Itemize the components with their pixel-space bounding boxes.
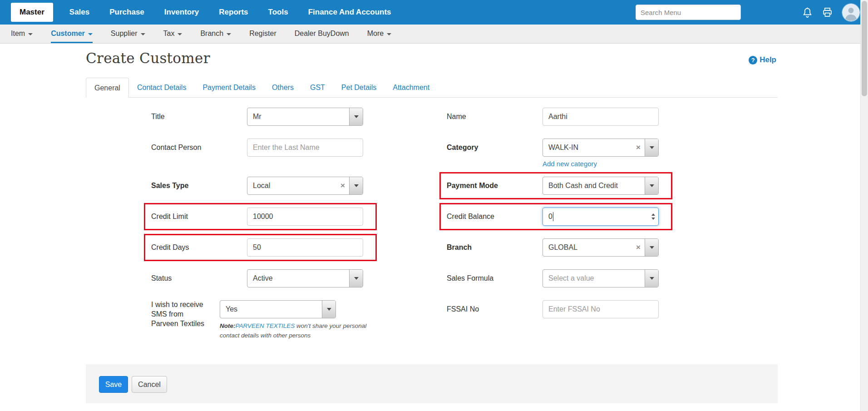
form-row-payment-mode: Payment Mode Both Cash and Credit bbox=[447, 170, 668, 201]
topbar: Master Sales Purchase Inventory Reports … bbox=[0, 0, 860, 25]
scrollbar-thumb[interactable] bbox=[862, 1, 867, 96]
subnav-label: Dealer BuyDown bbox=[295, 30, 349, 38]
name-input[interactable] bbox=[542, 108, 659, 126]
subnav-item-branch[interactable]: Branch bbox=[200, 25, 231, 43]
avatar[interactable] bbox=[842, 4, 860, 21]
scrollbar[interactable] bbox=[860, 0, 868, 411]
chevron-down-icon[interactable] bbox=[645, 177, 658, 194]
tab-general[interactable]: General bbox=[86, 78, 129, 98]
credit-days-label: Credit Days bbox=[151, 243, 247, 253]
menu-reports[interactable]: Reports bbox=[219, 8, 248, 17]
search-input[interactable] bbox=[636, 5, 741, 20]
clear-icon[interactable] bbox=[632, 243, 645, 252]
subnav-item-supplier[interactable]: Supplier bbox=[111, 25, 145, 43]
main-menu: Master Sales Purchase Inventory Reports … bbox=[0, 3, 391, 22]
subnav-item-more[interactable]: More bbox=[367, 25, 391, 43]
clear-icon[interactable] bbox=[632, 143, 645, 152]
form-row-sales-formula: Sales Formula Select a value bbox=[447, 263, 668, 294]
form-row-contact-person: Contact Person bbox=[151, 132, 372, 170]
name-label: Name bbox=[447, 112, 542, 122]
chevron-down-icon bbox=[387, 33, 391, 35]
subnav-item-tax[interactable]: Tax bbox=[163, 25, 182, 43]
branch-label: Branch bbox=[447, 243, 542, 253]
credit-balance-input[interactable]: 0 bbox=[542, 208, 659, 226]
form-tabs: General Contact Details Payment Details … bbox=[86, 78, 778, 98]
chevron-down-icon bbox=[227, 33, 231, 35]
category-select[interactable]: WALK-IN bbox=[542, 139, 659, 157]
menu-purchase[interactable]: Purchase bbox=[109, 8, 144, 17]
chevron-down-icon[interactable] bbox=[349, 270, 363, 287]
title-select[interactable]: Mr bbox=[247, 108, 363, 126]
branch-select[interactable]: GLOBAL bbox=[542, 238, 659, 257]
tab-pet-details[interactable]: Pet Details bbox=[333, 78, 385, 97]
branch-select-value: GLOBAL bbox=[543, 243, 632, 252]
form-row-name: Name bbox=[447, 101, 668, 132]
help-link[interactable]: Help bbox=[749, 55, 776, 64]
chevron-down-icon[interactable] bbox=[349, 108, 363, 125]
page-title: Create Customer bbox=[86, 50, 210, 66]
category-select-value: WALK-IN bbox=[543, 144, 632, 152]
bell-icon[interactable] bbox=[801, 6, 814, 19]
chevron-down-icon[interactable] bbox=[645, 270, 658, 287]
credit-limit-label: Credit Limit bbox=[151, 212, 247, 222]
tab-others[interactable]: Others bbox=[264, 78, 302, 97]
subnav-item-register[interactable]: Register bbox=[249, 25, 276, 43]
form-row-credit-days: Credit Days bbox=[151, 232, 372, 263]
form-row-sales-type: Sales Type Local bbox=[151, 170, 372, 201]
sms-note-company-link: PARVEEN TEXTILES bbox=[236, 322, 295, 329]
chevron-down-icon[interactable] bbox=[645, 239, 658, 256]
tab-attachment[interactable]: Attachment bbox=[385, 78, 438, 97]
subnav-label: Supplier bbox=[111, 30, 138, 38]
title-select-value: Mr bbox=[247, 113, 349, 121]
module-subnav: Item Customer Supplier Tax Branch Regist… bbox=[0, 25, 860, 44]
status-select[interactable]: Active bbox=[247, 269, 363, 287]
sales-type-select[interactable]: Local bbox=[247, 177, 363, 195]
subnav-item-dealer-buydown[interactable]: Dealer BuyDown bbox=[295, 25, 349, 43]
chevron-down-icon[interactable] bbox=[645, 139, 658, 156]
subnav-item-customer[interactable]: Customer bbox=[51, 25, 93, 43]
status-select-value: Active bbox=[247, 274, 349, 282]
sales-type-label: Sales Type bbox=[151, 181, 247, 191]
menu-finance-and-accounts[interactable]: Finance And Accounts bbox=[308, 8, 391, 17]
credit-balance-label: Credit Balance bbox=[447, 212, 542, 222]
menu-inventory[interactable]: Inventory bbox=[164, 8, 199, 17]
form-row-title: Title Mr bbox=[151, 101, 372, 132]
form-row-credit-balance: Credit Balance 0 bbox=[447, 201, 668, 232]
credit-balance-value: 0 bbox=[548, 213, 552, 221]
save-button[interactable]: Save bbox=[99, 376, 128, 393]
form-actions-bar: Save Cancel bbox=[86, 364, 778, 403]
tab-contact-details[interactable]: Contact Details bbox=[129, 78, 195, 97]
fssai-input[interactable] bbox=[542, 300, 659, 318]
chevron-down-icon bbox=[141, 33, 145, 35]
menu-sales[interactable]: Sales bbox=[69, 8, 89, 17]
chevron-down-icon bbox=[28, 33, 33, 35]
status-label: Status bbox=[151, 274, 247, 283]
subnav-label: Branch bbox=[200, 30, 223, 38]
menu-tools[interactable]: Tools bbox=[268, 8, 288, 17]
chevron-down-icon[interactable] bbox=[349, 177, 363, 194]
sales-formula-select[interactable]: Select a value bbox=[542, 269, 659, 287]
menu-master[interactable]: Master bbox=[11, 3, 53, 22]
chevron-down-icon[interactable] bbox=[322, 301, 335, 318]
subnav-label: Item bbox=[11, 30, 25, 38]
tab-payment-details[interactable]: Payment Details bbox=[194, 78, 264, 97]
payment-mode-select[interactable]: Both Cash and Credit bbox=[542, 177, 659, 195]
printer-icon[interactable] bbox=[821, 6, 833, 19]
category-label: Category bbox=[447, 143, 542, 153]
form-row-receive-sms: I wish to receive SMS from Parveen Texti… bbox=[151, 294, 372, 344]
number-spinner[interactable] bbox=[651, 208, 655, 225]
receive-sms-select[interactable]: Yes bbox=[220, 300, 336, 318]
add-new-category-link[interactable]: Add new category bbox=[542, 160, 659, 168]
credit-limit-input[interactable] bbox=[247, 208, 363, 226]
form-row-fssai: FSSAI No bbox=[447, 294, 668, 325]
help-icon bbox=[749, 56, 757, 64]
sms-note: Note:PARVEEN TEXTILES won't share your p… bbox=[220, 322, 372, 341]
subnav-item-item[interactable]: Item bbox=[11, 25, 33, 43]
tab-gst[interactable]: GST bbox=[302, 78, 333, 97]
title-label: Title bbox=[151, 112, 247, 122]
help-label: Help bbox=[760, 55, 776, 64]
contact-person-input[interactable] bbox=[247, 139, 363, 157]
clear-icon[interactable] bbox=[336, 181, 349, 190]
cancel-button[interactable]: Cancel bbox=[132, 376, 167, 393]
credit-days-input[interactable] bbox=[247, 238, 363, 257]
